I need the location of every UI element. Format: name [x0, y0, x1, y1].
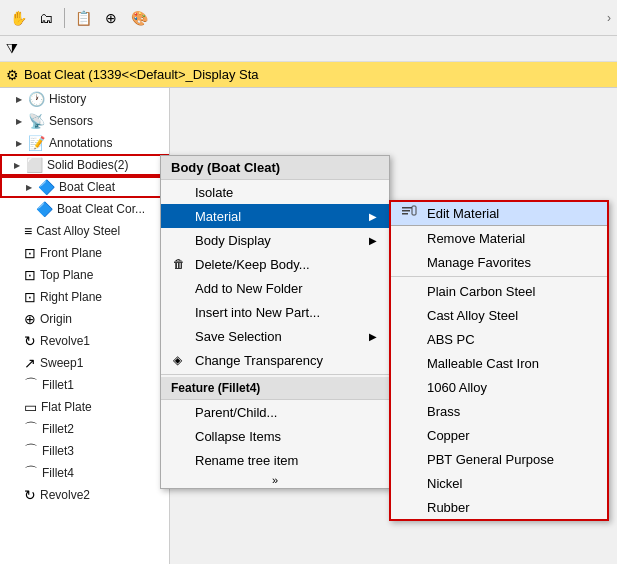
menu-item-material[interactable]: Material ▶ [161, 204, 389, 228]
tree-item-revolve2[interactable]: ↻ Revolve2 [0, 484, 169, 506]
boat-cleat-core-label: Boat Cleat Cor... [57, 202, 145, 216]
tree-item-boat-cleat[interactable]: ▶ 🔷 Boat Cleat [0, 176, 169, 198]
feature-header: Feature (Fillet4) [161, 377, 389, 400]
body-display-label: Body Display [195, 233, 271, 248]
submenu-item-pbt-general-purpose[interactable]: PBT General Purpose [391, 447, 607, 471]
fillet1-icon: ⌒ [24, 376, 38, 394]
cast-alloy-icon: ≡ [24, 223, 32, 239]
parent-child-label: Parent/Child... [195, 405, 277, 420]
colorwheel-icon[interactable]: 🎨 [127, 6, 151, 30]
rename-label: Rename tree item [195, 453, 298, 468]
title-label: Boat Cleat (1339<<Default>_Display Sta [24, 67, 259, 82]
submenu-item-nickel[interactable]: Nickel [391, 471, 607, 495]
edit-material-icon [401, 205, 423, 222]
layers-icon[interactable]: 📋 [71, 6, 95, 30]
transparency-icon: ◈ [173, 353, 191, 367]
sensors-label: Sensors [49, 114, 93, 128]
front-plane-label: Front Plane [40, 246, 102, 260]
menu-item-isolate[interactable]: Isolate [161, 180, 389, 204]
tree-item-solid-bodies[interactable]: ▶ ⬜ Solid Bodies(2) [0, 154, 169, 176]
menu-item-change-transparency[interactable]: ◈ Change Transparency [161, 348, 389, 372]
title-bar: ⚙ Boat Cleat (1339<<Default>_Display Sta [0, 62, 617, 88]
filter-icon[interactable]: ⧩ [6, 40, 18, 57]
origin-label: Origin [40, 312, 72, 326]
submenu-item-remove-material[interactable]: Remove Material [391, 226, 607, 250]
tree-item-annotations[interactable]: ▶ 📝 Annotations [0, 132, 169, 154]
svg-rect-2 [402, 213, 408, 215]
context-menu: Body (Boat Cleat) Isolate Material ▶ Bod… [160, 155, 390, 489]
submenu-item-abs-pc[interactable]: ABS PC [391, 327, 607, 351]
submenu-item-rubber[interactable]: Rubber [391, 495, 607, 519]
annotations-icon: 📝 [28, 135, 45, 151]
submenu-item-cast-alloy-steel[interactable]: Cast Alloy Steel [391, 303, 607, 327]
save-selection-submenu-arrow: ▶ [369, 331, 377, 342]
body-display-submenu-arrow: ▶ [369, 235, 377, 246]
collapse-label: Collapse Items [195, 429, 281, 444]
front-plane-icon: ⊡ [24, 245, 36, 261]
add-folder-label: Add to New Folder [195, 281, 303, 296]
solid-bodies-label: Solid Bodies(2) [47, 158, 128, 172]
submenu-item-manage-favorites[interactable]: Manage Favorites [391, 250, 607, 274]
tree-item-top-plane[interactable]: ⊡ Top Plane [0, 264, 169, 286]
tree-item-revolve1[interactable]: ↻ Revolve1 [0, 330, 169, 352]
context-menu-header: Body (Boat Cleat) [161, 156, 389, 180]
tree-item-right-plane[interactable]: ⊡ Right Plane [0, 286, 169, 308]
menu-item-insert-part[interactable]: Insert into New Part... [161, 300, 389, 324]
remove-material-label: Remove Material [427, 231, 525, 246]
fillet3-label: Fillet3 [42, 444, 74, 458]
tree-item-fillet2[interactable]: ⌒ Fillet2 [0, 418, 169, 440]
brass-label: Brass [427, 404, 460, 419]
svg-rect-3 [412, 206, 416, 215]
sweep1-icon: ↗ [24, 355, 36, 371]
crosshair-icon[interactable]: ⊕ [99, 6, 123, 30]
submenu-item-plain-carbon-steel[interactable]: Plain Carbon Steel [391, 279, 607, 303]
tree-item-sensors[interactable]: ▶ 📡 Sensors [0, 110, 169, 132]
tree-item-fillet1[interactable]: ⌒ Fillet1 [0, 374, 169, 396]
menu-item-save-selection[interactable]: Save Selection ▶ [161, 324, 389, 348]
fillet4-label: Fillet4 [42, 466, 74, 480]
tree-item-flat-plate[interactable]: ▭ Flat Plate [0, 396, 169, 418]
expand-arrow: ▶ [16, 117, 26, 126]
toolbar-more-icon[interactable]: › [607, 11, 611, 25]
menu-item-rename[interactable]: Rename tree item [161, 448, 389, 472]
tree-item-origin[interactable]: ⊕ Origin [0, 308, 169, 330]
expand-arrow: ▶ [14, 161, 24, 170]
submenu-item-malleable-cast-iron[interactable]: Malleable Cast Iron [391, 351, 607, 375]
tree-item-front-plane[interactable]: ⊡ Front Plane [0, 242, 169, 264]
annotations-label: Annotations [49, 136, 112, 150]
box-icon[interactable]: 🗂 [34, 6, 58, 30]
hand-tool-icon[interactable]: ✋ [6, 6, 30, 30]
tree-item-fillet4[interactable]: ⌒ Fillet4 [0, 462, 169, 484]
flat-plate-icon: ▭ [24, 399, 37, 415]
tree-item-history[interactable]: ▶ 🕐 History [0, 88, 169, 110]
menu-item-delete-keep[interactable]: 🗑 Delete/Keep Body... [161, 252, 389, 276]
fillet2-label: Fillet2 [42, 422, 74, 436]
tree-item-sweep1[interactable]: ↗ Sweep1 [0, 352, 169, 374]
submenu-item-edit-material[interactable]: Edit Material [391, 202, 607, 226]
submenu-item-copper[interactable]: Copper [391, 423, 607, 447]
expand-arrow: ▶ [16, 95, 26, 104]
material-submenu-arrow: ▶ [369, 211, 377, 222]
abs-pc-label: ABS PC [427, 332, 475, 347]
plain-carbon-steel-label: Plain Carbon Steel [427, 284, 535, 299]
expand-arrow: ▶ [26, 183, 36, 192]
menu-item-body-display[interactable]: Body Display ▶ [161, 228, 389, 252]
tree-item-fillet3[interactable]: ⌒ Fillet3 [0, 440, 169, 462]
tree-item-cast-alloy[interactable]: ≡ Cast Alloy Steel [0, 220, 169, 242]
nickel-label: Nickel [427, 476, 462, 491]
solid-bodies-icon: ⬜ [26, 157, 43, 173]
submenu-item-1060-alloy[interactable]: 1060 Alloy [391, 375, 607, 399]
submenu-item-brass[interactable]: Brass [391, 399, 607, 423]
right-plane-label: Right Plane [40, 290, 102, 304]
material-label: Material [195, 209, 241, 224]
menu-separator-1 [161, 374, 389, 375]
menu-item-parent-child[interactable]: Parent/Child... [161, 400, 389, 424]
tree-item-boat-cleat-core[interactable]: 🔷 Boat Cleat Cor... [0, 198, 169, 220]
menu-item-add-folder[interactable]: Add to New Folder [161, 276, 389, 300]
filter-bar: ⧩ [0, 36, 617, 62]
malleable-cast-iron-label: Malleable Cast Iron [427, 356, 539, 371]
insert-part-label: Insert into New Part... [195, 305, 320, 320]
submenu-separator-1 [391, 276, 607, 277]
edit-material-label: Edit Material [427, 206, 499, 221]
menu-item-collapse[interactable]: Collapse Items [161, 424, 389, 448]
